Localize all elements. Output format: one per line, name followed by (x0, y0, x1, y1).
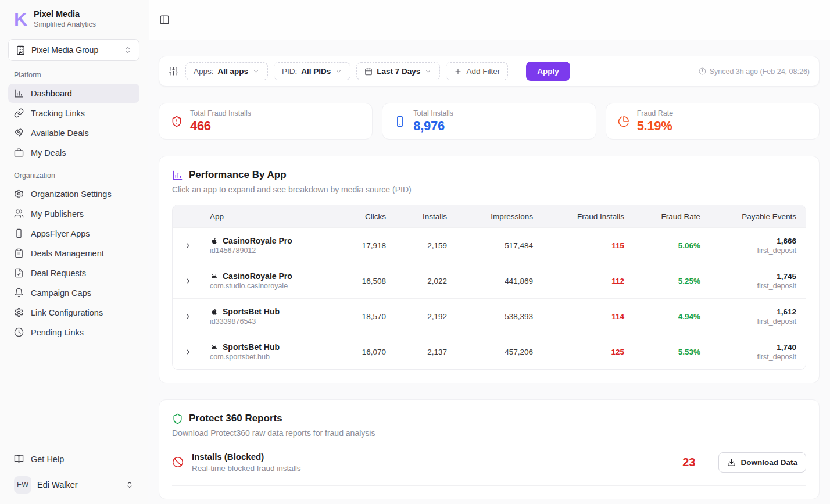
sidebar-item-pending-links[interactable]: Pending Links (8, 323, 139, 342)
payable-events-value: 1,740 (700, 343, 796, 352)
impressions-value: 457,206 (447, 348, 533, 356)
table-row[interactable]: SportsBet Hubcom.sportsbet.hub16,0702,13… (173, 334, 806, 369)
table-row[interactable]: CasinoRoyale Procom.studio.casinoroyale1… (173, 263, 806, 298)
date-range-value: Last 7 Days (377, 67, 420, 76)
table-row[interactable]: CasinoRoyale Proid145678901217,9182,1595… (173, 227, 806, 263)
chevron-down-icon (252, 67, 260, 75)
fraud-installs-value: 112 (533, 277, 624, 285)
expand-chevron-icon[interactable] (184, 348, 192, 356)
report-count: 23 (682, 456, 695, 469)
stat-card-fraud-rate: Fraud Rate 5.19% (606, 103, 820, 140)
add-filter-button[interactable]: Add Filter (446, 62, 508, 80)
col-fraud-rate: Fraud Rate (624, 212, 700, 221)
expand-chevron-icon[interactable] (184, 277, 192, 285)
brand-tagline: Simplified Analytics (34, 20, 96, 28)
user-name: Edi Walker (37, 480, 78, 489)
performance-table: App Clicks Installs Impressions Fraud In… (172, 205, 806, 370)
settings-icon (14, 189, 24, 199)
sidebar-item-available-deals[interactable]: Available Deals (8, 123, 139, 142)
sidebar-section-label: Platform (0, 62, 148, 83)
clicks-value: 17,918 (322, 241, 386, 250)
shield-icon (172, 413, 183, 424)
stat-value: 5.19% (637, 119, 674, 134)
add-filter-label: Add Filter (466, 67, 500, 76)
filter-bar: Apps: All apps PID: All PIDs Last 7 Days… (159, 56, 820, 87)
synced-text: Synced 3h ago (Feb 24, 08:26) (710, 67, 810, 76)
clicks-value: 16,508 (322, 277, 386, 285)
protect360-title: Protect 360 Reports (189, 413, 282, 424)
android-icon (210, 343, 219, 352)
sidebar-footer: Get Help EW Edi Walker (0, 446, 148, 504)
sidebar-item-my-publishers[interactable]: My Publishers (8, 204, 139, 223)
col-fraud-installs: Fraud Installs (533, 212, 624, 221)
clock-icon (14, 327, 24, 337)
pie-chart-icon (618, 116, 629, 127)
expand-chevron-icon[interactable] (184, 312, 192, 321)
apply-button[interactable]: Apply (526, 62, 570, 81)
report-name: Installs (Blocked) (192, 452, 301, 462)
sidebar-item-deal-requests[interactable]: Deal Requests (8, 263, 139, 283)
sidebar-item-dashboard[interactable]: Dashboard (8, 84, 139, 103)
sidebar-item-organization-settings[interactable]: Organization Settings (8, 184, 139, 203)
impressions-value: 441,869 (447, 277, 533, 285)
fraud-rate-value: 5.53% (624, 348, 700, 356)
report-row: Installs (Blocked)Real-time blocked frau… (172, 452, 806, 486)
installs-value: 2,159 (386, 241, 447, 250)
installs-value: 2,137 (386, 348, 447, 356)
chevron-down-icon (424, 67, 432, 75)
performance-subtitle: Click an app to expand and see breakdown… (172, 185, 806, 194)
stat-card-total-fraud-installs: Total Fraud Installs 466 (159, 103, 373, 140)
sliders-icon (169, 66, 178, 76)
col-installs: Installs (386, 212, 447, 221)
performance-panel: Performance By App Click an app to expan… (159, 156, 820, 383)
pid-filter[interactable]: PID: All PIDs (274, 62, 350, 80)
app-id: com.sportsbet.hub (210, 353, 322, 361)
sidebar-toggle-icon[interactable] (159, 15, 170, 25)
sidebar-item-tracking-links[interactable]: Tracking Links (8, 103, 139, 123)
brand-name: Pixel Media (34, 9, 96, 19)
avatar: EW (14, 476, 31, 494)
fraud-installs-value: 115 (533, 241, 624, 250)
sidebar-item-deals-management[interactable]: Deals Management (8, 244, 139, 263)
payable-event-type: first_deposit (700, 353, 796, 361)
stat-value: 8,976 (413, 119, 453, 134)
brand-logo: K (14, 10, 27, 28)
col-impressions: Impressions (447, 212, 533, 221)
bell-icon (14, 288, 24, 298)
apps-filter[interactable]: Apps: All apps (185, 62, 268, 80)
synced-status: Synced 3h ago (Feb 24, 08:26) (699, 67, 810, 76)
fraud-installs-value: 114 (533, 312, 624, 321)
get-help-link[interactable]: Get Help (8, 449, 139, 469)
date-range-filter[interactable]: Last 7 Days (356, 62, 440, 80)
sidebar: K Pixel Media Simplified Analytics Pixel… (0, 0, 148, 504)
expand-chevron-icon[interactable] (184, 241, 192, 250)
table-row[interactable]: SportsBet Hubid333987654318,5702,192538,… (173, 298, 806, 334)
download-data-button[interactable]: Download Data (718, 452, 806, 473)
chevrons-up-down-icon (126, 481, 134, 489)
content: Apps: All apps PID: All PIDs Last 7 Days… (149, 40, 830, 499)
protect360-subtitle: Download Protect360 raw data reports for… (172, 428, 806, 438)
payable-event-type: first_deposit (700, 282, 796, 290)
sidebar-item-label: Available Deals (31, 128, 89, 138)
download-button-label: Download Data (740, 458, 797, 467)
calendar-icon (364, 67, 373, 76)
settings-icon (14, 308, 24, 317)
app-name: SportsBet Hub (223, 342, 280, 352)
sidebar-section-label: Organization (0, 163, 148, 184)
user-menu[interactable]: EW Edi Walker (8, 469, 139, 495)
sidebar-item-appsflyer-apps[interactable]: AppsFlyer Apps (8, 224, 139, 243)
sidebar-item-label: My Publishers (31, 209, 84, 219)
pid-filter-label: PID: (282, 67, 297, 76)
sidebar-item-link-configurations[interactable]: Link Configurations (8, 303, 139, 322)
smartphone-icon (14, 228, 24, 238)
sidebar-item-my-deals[interactable]: My Deals (8, 143, 139, 162)
stats-row: Total Fraud Installs 466 Total Installs … (159, 103, 820, 140)
payable-event-type: first_deposit (700, 317, 796, 326)
table-header: App Clicks Installs Impressions Fraud In… (173, 205, 806, 227)
chevrons-up-down-icon (124, 46, 132, 54)
sidebar-item-label: AppsFlyer Apps (31, 229, 90, 238)
get-help-label: Get Help (31, 455, 64, 464)
sidebar-item-campaign-caps[interactable]: Campaign Caps (8, 283, 139, 302)
users-icon (14, 209, 24, 219)
org-selector[interactable]: Pixel Media Group (8, 39, 139, 61)
